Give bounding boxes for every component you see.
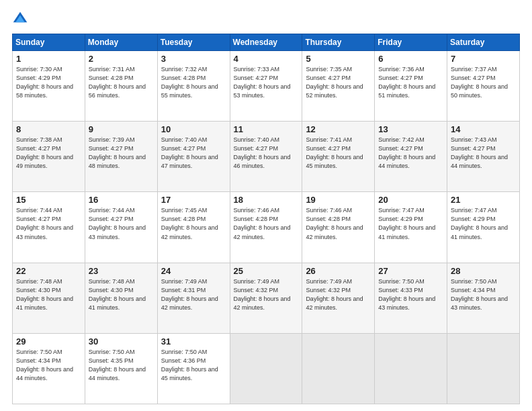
day-number: 29 bbox=[16, 336, 81, 347]
day-info: Sunrise: 7:44 AMSunset: 4:27 PMDaylight:… bbox=[89, 206, 154, 241]
calendar-day: 29Sunrise: 7:50 AMSunset: 4:34 PMDayligh… bbox=[13, 333, 85, 404]
day-number: 15 bbox=[16, 195, 81, 205]
header bbox=[12, 11, 520, 27]
day-info: Sunrise: 7:50 AMSunset: 4:33 PMDaylight:… bbox=[378, 277, 443, 312]
day-number: 5 bbox=[306, 54, 371, 64]
calendar-day: 25Sunrise: 7:49 AMSunset: 4:32 PMDayligh… bbox=[230, 263, 302, 333]
calendar-day: 13Sunrise: 7:42 AMSunset: 4:27 PMDayligh… bbox=[375, 122, 447, 192]
day-info: Sunrise: 7:49 AMSunset: 4:32 PMDaylight:… bbox=[234, 277, 299, 312]
day-number: 13 bbox=[378, 124, 443, 134]
day-info: Sunrise: 7:44 AMSunset: 4:27 PMDaylight:… bbox=[16, 206, 81, 241]
calendar-day: 30Sunrise: 7:50 AMSunset: 4:35 PMDayligh… bbox=[85, 333, 157, 404]
day-info: Sunrise: 7:49 AMSunset: 4:32 PMDaylight:… bbox=[306, 277, 371, 312]
calendar-day: 8Sunrise: 7:38 AMSunset: 4:27 PMDaylight… bbox=[13, 122, 85, 192]
day-info: Sunrise: 7:42 AMSunset: 4:27 PMDaylight:… bbox=[378, 136, 443, 171]
day-info: Sunrise: 7:48 AMSunset: 4:30 PMDaylight:… bbox=[16, 277, 81, 312]
day-info: Sunrise: 7:40 AMSunset: 4:27 PMDaylight:… bbox=[234, 136, 299, 171]
calendar-day: 17Sunrise: 7:45 AMSunset: 4:28 PMDayligh… bbox=[157, 192, 230, 263]
calendar-day: 7Sunrise: 7:37 AMSunset: 4:27 PMDaylight… bbox=[447, 51, 520, 122]
calendar-day: 18Sunrise: 7:46 AMSunset: 4:28 PMDayligh… bbox=[230, 192, 302, 263]
day-number: 20 bbox=[378, 195, 443, 205]
calendar-day: 23Sunrise: 7:48 AMSunset: 4:30 PMDayligh… bbox=[85, 263, 157, 333]
day-info: Sunrise: 7:50 AMSunset: 4:36 PMDaylight:… bbox=[161, 348, 226, 383]
calendar-day: 2Sunrise: 7:31 AMSunset: 4:28 PMDaylight… bbox=[85, 51, 157, 122]
day-number: 27 bbox=[378, 266, 443, 276]
day-number: 30 bbox=[89, 336, 154, 347]
day-number: 19 bbox=[306, 195, 371, 205]
calendar-day: 27Sunrise: 7:50 AMSunset: 4:33 PMDayligh… bbox=[375, 263, 447, 333]
day-info: Sunrise: 7:50 AMSunset: 4:35 PMDaylight:… bbox=[89, 348, 154, 383]
calendar-day: 9Sunrise: 7:39 AMSunset: 4:27 PMDaylight… bbox=[85, 122, 157, 192]
calendar-day bbox=[447, 333, 520, 404]
day-info: Sunrise: 7:36 AMSunset: 4:27 PMDaylight:… bbox=[378, 65, 443, 100]
calendar-day: 20Sunrise: 7:47 AMSunset: 4:29 PMDayligh… bbox=[375, 192, 447, 263]
day-info: Sunrise: 7:32 AMSunset: 4:28 PMDaylight:… bbox=[161, 65, 226, 100]
day-info: Sunrise: 7:43 AMSunset: 4:27 PMDaylight:… bbox=[451, 136, 516, 171]
calendar-day bbox=[302, 333, 375, 404]
day-number: 23 bbox=[89, 266, 154, 276]
calendar-week-row: 29Sunrise: 7:50 AMSunset: 4:34 PMDayligh… bbox=[13, 333, 520, 404]
day-number: 7 bbox=[451, 54, 516, 64]
day-info: Sunrise: 7:47 AMSunset: 4:29 PMDaylight:… bbox=[378, 206, 443, 241]
day-info: Sunrise: 7:46 AMSunset: 4:28 PMDaylight:… bbox=[234, 206, 299, 241]
header-monday: Monday bbox=[85, 34, 157, 51]
day-info: Sunrise: 7:41 AMSunset: 4:27 PMDaylight:… bbox=[306, 136, 371, 171]
day-info: Sunrise: 7:49 AMSunset: 4:31 PMDaylight:… bbox=[161, 277, 226, 312]
header-saturday: Saturday bbox=[447, 34, 520, 51]
page: Sunday Monday Tuesday Wednesday Thursday… bbox=[0, 0, 532, 411]
calendar-day: 21Sunrise: 7:47 AMSunset: 4:29 PMDayligh… bbox=[447, 192, 520, 263]
day-info: Sunrise: 7:37 AMSunset: 4:27 PMDaylight:… bbox=[451, 65, 516, 100]
calendar-day: 26Sunrise: 7:49 AMSunset: 4:32 PMDayligh… bbox=[302, 263, 375, 333]
day-number: 1 bbox=[16, 54, 81, 64]
day-info: Sunrise: 7:40 AMSunset: 4:27 PMDaylight:… bbox=[161, 136, 226, 171]
calendar-day bbox=[230, 333, 302, 404]
calendar-day: 22Sunrise: 7:48 AMSunset: 4:30 PMDayligh… bbox=[13, 263, 85, 333]
calendar-week-row: 15Sunrise: 7:44 AMSunset: 4:27 PMDayligh… bbox=[13, 192, 520, 263]
day-number: 31 bbox=[161, 336, 226, 347]
day-info: Sunrise: 7:30 AMSunset: 4:29 PMDaylight:… bbox=[16, 65, 81, 100]
calendar-week-row: 1Sunrise: 7:30 AMSunset: 4:29 PMDaylight… bbox=[13, 51, 520, 122]
header-tuesday: Tuesday bbox=[157, 34, 230, 51]
calendar-week-row: 8Sunrise: 7:38 AMSunset: 4:27 PMDaylight… bbox=[13, 122, 520, 192]
calendar: Sunday Monday Tuesday Wednesday Thursday… bbox=[12, 34, 520, 404]
calendar-day: 31Sunrise: 7:50 AMSunset: 4:36 PMDayligh… bbox=[157, 333, 230, 404]
header-thursday: Thursday bbox=[302, 34, 375, 51]
day-number: 14 bbox=[451, 124, 516, 134]
calendar-day: 14Sunrise: 7:43 AMSunset: 4:27 PMDayligh… bbox=[447, 122, 520, 192]
header-wednesday: Wednesday bbox=[230, 34, 302, 51]
calendar-day: 10Sunrise: 7:40 AMSunset: 4:27 PMDayligh… bbox=[157, 122, 230, 192]
calendar-day: 19Sunrise: 7:46 AMSunset: 4:28 PMDayligh… bbox=[302, 192, 375, 263]
day-number: 25 bbox=[234, 266, 299, 276]
calendar-day: 6Sunrise: 7:36 AMSunset: 4:27 PMDaylight… bbox=[375, 51, 447, 122]
day-number: 18 bbox=[234, 195, 299, 205]
calendar-day: 24Sunrise: 7:49 AMSunset: 4:31 PMDayligh… bbox=[157, 263, 230, 333]
logo bbox=[12, 11, 31, 27]
day-number: 9 bbox=[89, 124, 154, 134]
day-number: 21 bbox=[451, 195, 516, 205]
calendar-day: 3Sunrise: 7:32 AMSunset: 4:28 PMDaylight… bbox=[157, 51, 230, 122]
calendar-day: 15Sunrise: 7:44 AMSunset: 4:27 PMDayligh… bbox=[13, 192, 85, 263]
day-number: 22 bbox=[16, 266, 81, 276]
day-info: Sunrise: 7:31 AMSunset: 4:28 PMDaylight:… bbox=[89, 65, 154, 100]
day-number: 26 bbox=[306, 266, 371, 276]
calendar-day: 5Sunrise: 7:35 AMSunset: 4:27 PMDaylight… bbox=[302, 51, 375, 122]
day-number: 16 bbox=[89, 195, 154, 205]
day-number: 24 bbox=[161, 266, 226, 276]
day-info: Sunrise: 7:48 AMSunset: 4:30 PMDaylight:… bbox=[89, 277, 154, 312]
day-number: 28 bbox=[451, 266, 516, 276]
day-info: Sunrise: 7:39 AMSunset: 4:27 PMDaylight:… bbox=[89, 136, 154, 171]
day-number: 3 bbox=[161, 54, 226, 64]
day-info: Sunrise: 7:50 AMSunset: 4:34 PMDaylight:… bbox=[16, 348, 81, 383]
day-number: 6 bbox=[378, 54, 443, 64]
calendar-day: 11Sunrise: 7:40 AMSunset: 4:27 PMDayligh… bbox=[230, 122, 302, 192]
day-number: 2 bbox=[89, 54, 154, 64]
calendar-day: 12Sunrise: 7:41 AMSunset: 4:27 PMDayligh… bbox=[302, 122, 375, 192]
calendar-day: 1Sunrise: 7:30 AMSunset: 4:29 PMDaylight… bbox=[13, 51, 85, 122]
header-friday: Friday bbox=[375, 34, 447, 51]
header-sunday: Sunday bbox=[13, 34, 85, 51]
calendar-day: 16Sunrise: 7:44 AMSunset: 4:27 PMDayligh… bbox=[85, 192, 157, 263]
day-info: Sunrise: 7:46 AMSunset: 4:28 PMDaylight:… bbox=[306, 206, 371, 241]
day-number: 4 bbox=[234, 54, 299, 64]
day-number: 10 bbox=[161, 124, 226, 134]
day-info: Sunrise: 7:33 AMSunset: 4:27 PMDaylight:… bbox=[234, 65, 299, 100]
